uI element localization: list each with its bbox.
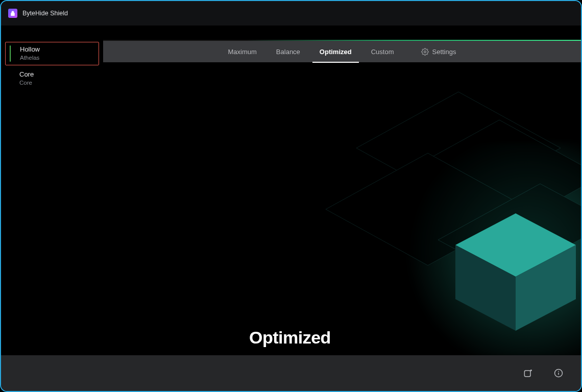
settings-label: Settings [432, 48, 456, 56]
sidebar-item-hollow[interactable]: Hollow Athelas [5, 42, 99, 65]
tab-balance[interactable]: Balance [275, 46, 301, 58]
window-icon[interactable] [523, 368, 533, 378]
main-panel: Maximum Balance Optimized Custom Setting… [103, 26, 581, 355]
sidebar-item-sublabel: Athelas [20, 54, 93, 62]
svg-point-5 [530, 370, 532, 371]
cube-icon [449, 209, 581, 332]
gear-icon [421, 48, 429, 56]
sidebar-item-core[interactable]: Core Core [5, 67, 99, 90]
sidebar-item-label: Core [19, 70, 94, 79]
svg-marker-2 [455, 245, 516, 331]
app-frame: ByteHide Shield Hollow Athelas Core Core… [0, 0, 582, 392]
titlebar: ByteHide Shield [1, 1, 581, 26]
sidebar-item-sublabel: Core [19, 79, 94, 87]
grid-lines [326, 87, 581, 332]
info-icon[interactable] [553, 368, 564, 378]
hero-art [103, 26, 581, 355]
sidebar: Hollow Athelas Core Core [1, 26, 103, 355]
sidebar-item-label: Hollow [20, 45, 93, 54]
page-heading: Optimized [249, 328, 331, 348]
svg-marker-3 [516, 245, 576, 331]
svg-marker-1 [455, 213, 576, 277]
svg-point-0 [424, 51, 426, 53]
content-area: Hollow Athelas Core Core Maximum Balance… [1, 26, 581, 355]
svg-rect-4 [524, 371, 530, 377]
tab-settings[interactable]: Settings [420, 46, 457, 58]
tab-custom[interactable]: Custom [370, 46, 395, 58]
tab-optimized[interactable]: Optimized [319, 46, 353, 58]
app-icon [8, 9, 17, 18]
footer [1, 355, 581, 391]
glow [356, 143, 581, 355]
tabbar: Maximum Balance Optimized Custom Setting… [103, 41, 581, 62]
app-title: ByteHide Shield [22, 10, 68, 17]
svg-point-8 [558, 371, 559, 372]
tab-maximum[interactable]: Maximum [227, 46, 258, 58]
